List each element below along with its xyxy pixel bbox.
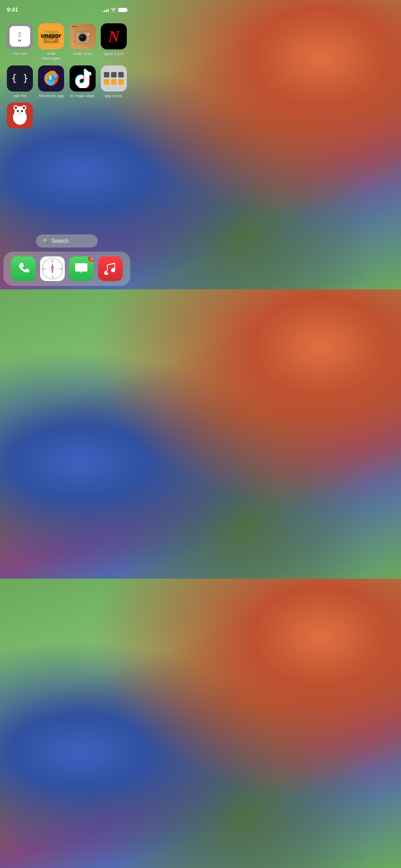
app-label-appletv: You can (12, 51, 27, 56)
app-item-instagram[interactable]: Insta under your (68, 23, 97, 61)
messages-bubble-icon (74, 261, 89, 276)
app-label-netflix: apps if you (104, 51, 124, 56)
status-bar: 9:41 (0, 0, 134, 16)
svg-text:E: E (60, 267, 62, 270)
search-icon: 🔍 (43, 238, 49, 244)
dock-icon-messages[interactable]: 1 (69, 256, 94, 281)
app-icon-tiktok[interactable] (70, 65, 96, 92)
search-label: Search (51, 238, 69, 244)
svg-rect-6 (80, 31, 84, 33)
dock: N S E W 1 (3, 252, 130, 286)
svg-point-16 (14, 106, 17, 109)
app-item-amazon[interactable]: amazon write messages (37, 23, 66, 61)
app-label-amazon: write messages (37, 51, 65, 61)
svg-point-17 (23, 106, 25, 109)
netflix-logo-icon: N (108, 27, 120, 46)
calc-btn-orange1 (104, 79, 109, 85)
dock-item-music[interactable] (98, 256, 123, 281)
bear-logo-icon (10, 104, 30, 127)
app-item-firefox[interactable]: Shortcuts app (37, 65, 66, 98)
brackets-icon: { } (11, 73, 28, 84)
svg-point-10 (87, 33, 89, 35)
app-item-calculator[interactable]: app icons. (100, 65, 129, 98)
svg-text:N: N (51, 260, 53, 263)
calc-btn-dark (104, 72, 109, 77)
app-grid:  tv You can amazon write message (0, 16, 134, 131)
calc-btn-orange2 (111, 79, 117, 85)
dock-icon-music[interactable] (98, 256, 123, 281)
app-item-bear[interactable] (5, 103, 34, 131)
app-item-shortcuts[interactable]: { } use the (5, 65, 34, 98)
status-time: 9:41 (7, 7, 18, 13)
svg-point-9 (81, 36, 82, 38)
app-label-calculator: app icons. (105, 94, 123, 98)
app-icon-calculator[interactable] (101, 65, 127, 92)
app-label-firefox: Shortcuts app (38, 94, 64, 98)
svg-point-19 (21, 110, 23, 112)
music-note-icon (104, 261, 117, 276)
calc-btn-orange3 (118, 79, 124, 85)
apple-logo-icon:  (19, 31, 21, 39)
wifi-icon (111, 8, 116, 12)
battery-icon (118, 8, 127, 12)
app-icon-bear[interactable] (7, 103, 33, 129)
dock-icon-safari[interactable]: N S E W (40, 256, 65, 281)
signal-bars-icon (102, 8, 109, 12)
app-icon-shortcuts[interactable]: { } (7, 65, 33, 92)
app-item-tiktok[interactable]: to make alias (68, 65, 97, 98)
app-label-tiktok: to make alias (70, 94, 95, 98)
status-icons (102, 8, 127, 12)
svg-text:amazon: amazon (41, 32, 61, 39)
dock-item-safari[interactable]: N S E W (40, 256, 65, 281)
app-icon-amazon[interactable]: amazon (38, 23, 64, 49)
calc-btn-dark3 (118, 72, 124, 77)
tiktok-logo-icon (74, 69, 91, 88)
app-icon-netflix[interactable]: N (101, 23, 127, 49)
messages-badge: 1 (88, 256, 94, 262)
amazon-logo-icon: amazon (41, 26, 61, 47)
instagram-camera-icon (73, 28, 92, 46)
app-icon-firefox[interactable] (38, 65, 64, 92)
search-container: 🔍 Search (0, 234, 134, 248)
svg-text:S: S (51, 275, 53, 278)
app-icon-appletv[interactable]:  tv (7, 23, 33, 49)
app-item-appletv[interactable]:  tv You can (5, 23, 34, 61)
app-label-instagram: under your (73, 51, 92, 56)
svg-text:W: W (42, 267, 45, 270)
firefox-logo-icon (41, 68, 61, 89)
phone-icon (17, 262, 30, 275)
dock-icon-phone[interactable] (11, 256, 36, 281)
svg-point-21 (17, 112, 22, 115)
svg-point-18 (17, 110, 19, 112)
safari-compass-icon: N S E W (40, 256, 65, 281)
app-item-netflix[interactable]: N apps if you (100, 23, 129, 61)
insta-text-icon: Insta (72, 25, 77, 28)
app-label-shortcuts: use the (13, 94, 26, 98)
svg-point-8 (80, 35, 85, 40)
dock-item-phone[interactable] (11, 256, 36, 281)
calc-btn-dark2 (111, 72, 117, 77)
app-icon-instagram[interactable]: Insta (70, 23, 96, 49)
dock-item-messages[interactable]: 1 (69, 256, 94, 281)
search-bar[interactable]: 🔍 Search (36, 234, 98, 248)
